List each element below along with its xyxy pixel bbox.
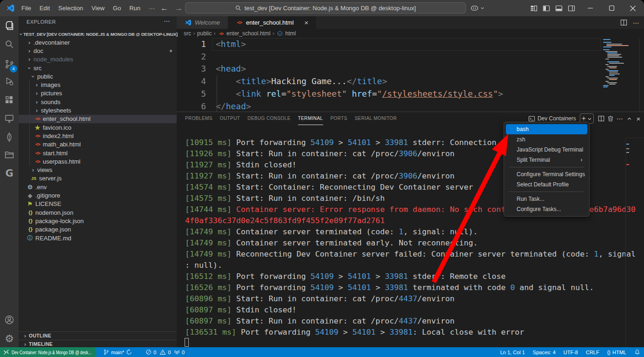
menu-go[interactable]: Go	[109, 0, 125, 16]
forward-button[interactable]: →	[175, 4, 183, 13]
tree-item-license[interactable]: ⚑LICENSE	[19, 200, 177, 208]
menu-edit[interactable]: Edit	[35, 0, 54, 16]
split-editor-icon[interactable]	[620, 19, 627, 26]
chevron-icon: ›	[30, 73, 37, 79]
menu-item-zsh[interactable]: zsh	[506, 134, 587, 145]
minimize-button[interactable]	[579, 0, 601, 16]
menu-[interactable]: ···	[145, 0, 159, 16]
panel-tab-terminal[interactable]: TERMINAL	[298, 112, 323, 125]
ports-status[interactable]: 0	[174, 347, 185, 357]
language-mode[interactable]: {}HTML	[607, 350, 626, 355]
eol-sequence[interactable]: CRLF	[586, 350, 599, 355]
chevron-down-icon[interactable]	[587, 117, 592, 121]
sidebar-item-mongodb[interactable]	[0, 128, 19, 146]
tree-item--devcontainer[interactable]: ›.devcontainer	[19, 38, 177, 46]
back-button[interactable]: ←	[160, 4, 168, 13]
terminal-profile[interactable]: Dev Containers	[528, 115, 576, 122]
sidebar-item-explorer[interactable]	[0, 16, 19, 35]
breadcrumb-item[interactable]: src	[184, 30, 191, 37]
toggle-secondary-sidebar-icon[interactable]	[568, 5, 575, 12]
sidebar-item-search[interactable]	[0, 35, 19, 53]
panel-more-actions[interactable]: ⋯	[615, 113, 624, 124]
tree-item-math-abi-html[interactable]: <>math_abi.html	[19, 140, 177, 149]
tree-item-readme-md[interactable]: ⓘREADME.md	[19, 234, 177, 242]
tree-item-enter-school-html[interactable]: <>enter_school.html	[19, 115, 177, 123]
sidebar-item-remote-explorer[interactable]	[0, 109, 19, 128]
tree-item-stylesheets[interactable]: ›stylesheets	[19, 106, 177, 114]
maximize-button[interactable]	[601, 0, 622, 16]
menu-view[interactable]: View	[87, 0, 109, 16]
cursor-position[interactable]: Ln 1, Col 1	[500, 350, 525, 355]
customize-layout-icon[interactable]	[530, 5, 538, 12]
panel-tab-serial-monitor[interactable]: SERIAL MONITOR	[355, 112, 397, 125]
breadcrumb-item[interactable]: public	[197, 30, 212, 37]
copilot-button[interactable]	[470, 2, 485, 13]
code-editor[interactable]: 1<html>23<head>4 <title>Hacking Game...<…	[177, 38, 644, 112]
maximize-panel-button[interactable]	[624, 113, 634, 124]
menu-file[interactable]: File	[17, 0, 35, 16]
breadcrumb-item[interactable]: enter_school.html	[226, 30, 271, 37]
tree-item-sounds[interactable]: ›sounds	[19, 98, 177, 106]
command-center[interactable]: test_dev [Dev Container: Node.js & Mongo…	[185, 2, 466, 13]
tree-item-userpass-html[interactable]: <>userpass.html	[19, 157, 177, 165]
settings-button[interactable]: ⚙	[0, 329, 19, 348]
menu-item-configure-terminal-settings[interactable]: Configure Terminal Settings	[506, 169, 587, 179]
menu-item-split-terminal[interactable]: Split Terminal›	[506, 155, 587, 165]
tree-item-index2-html[interactable]: <>index2.html	[19, 132, 177, 140]
tree-item-images[interactable]: ›images	[19, 81, 177, 89]
encoding[interactable]: UTF-8	[564, 350, 578, 355]
menu-item-javascript-debug-terminal[interactable]: JavaScript Debug Terminal	[506, 145, 587, 155]
tree-item-public[interactable]: ›public	[19, 72, 177, 80]
workspace-section-header[interactable]: › TEST_DEV [DEV CONTAINER: NODE.JS & MON…	[19, 30, 177, 38]
more-actions-icon[interactable]: ⋯	[633, 19, 639, 26]
toggle-panel-icon[interactable]	[555, 5, 563, 12]
menu-item-configure-tasks---[interactable]: Configure Tasks...	[506, 204, 587, 214]
tree-item-node-modules[interactable]: ›node_modules	[19, 55, 177, 64]
outline-section[interactable]: › OUTLINE	[19, 331, 177, 339]
panel-tab-problems[interactable]: PROBLEMS	[185, 112, 212, 125]
toggle-sidebar-icon[interactable]	[543, 5, 550, 12]
tree-item-package-lock-json[interactable]: {}package-lock.json	[19, 217, 177, 225]
bell-icon[interactable]	[634, 349, 640, 355]
problems-status[interactable]: 0 0	[146, 347, 171, 357]
branch-status[interactable]: main*	[103, 347, 132, 357]
tree-item-nodemon-json[interactable]: {}nodemon.json	[19, 208, 177, 217]
tree-item--env[interactable]: ⚙.env	[19, 183, 177, 191]
sidebar-item-extensions[interactable]	[0, 91, 19, 109]
overview-mark	[626, 152, 629, 153]
kill-terminal-button[interactable]	[606, 113, 615, 124]
sidebar-item-run-debug[interactable]	[0, 72, 19, 91]
tree-item-pictures[interactable]: ›pictures	[19, 89, 177, 98]
tree-item-start-html[interactable]: <>start.html	[19, 149, 177, 157]
tab-enter-school[interactable]: <> enter_school.html ×	[228, 16, 316, 29]
tree-item-package-json[interactable]: {}package.json	[19, 225, 177, 234]
sidebar-item-source-control[interactable]: 4	[0, 55, 19, 73]
panel-tab-debug-console[interactable]: DEBUG CONSOLE	[247, 112, 290, 125]
sidebar-item-folder-ext[interactable]	[0, 145, 19, 164]
tree-item-doc[interactable]: ›doc	[19, 46, 177, 55]
explorer-more-actions[interactable]: ⋯	[164, 17, 170, 25]
close-button[interactable]	[622, 0, 644, 16]
breadcrumb-item[interactable]: html	[285, 30, 296, 37]
tab-welcome[interactable]: Welcome	[177, 16, 228, 29]
sidebar-item-gitlens[interactable]: G	[0, 164, 19, 183]
menu-item-select-default-profile[interactable]: Select Default Profile	[506, 179, 587, 190]
account-button[interactable]	[0, 311, 19, 329]
close-panel-button[interactable]: ×	[634, 113, 643, 124]
menu-item-bash[interactable]: bash	[506, 124, 587, 134]
menu-selection[interactable]: Selection	[54, 0, 87, 16]
tree-item-favicon-ico[interactable]: ★favicon.ico	[19, 123, 177, 132]
panel-tab-ports[interactable]: PORTS	[331, 112, 347, 125]
remote-indicator[interactable]: Dev Container: Node.js & Mongo DB @ desk…	[0, 347, 96, 357]
indentation[interactable]: Spaces: 4	[533, 350, 556, 355]
menu-run[interactable]: Run	[125, 0, 145, 16]
panel-tab-output[interactable]: OUTPUT	[220, 112, 240, 125]
timeline-section[interactable]: › TIMELINE	[19, 340, 177, 348]
menu-item-run-task---[interactable]: Run Task...	[506, 194, 587, 204]
split-terminal-button[interactable]	[597, 113, 606, 124]
tree-item-server-js[interactable]: JSserver.js	[19, 174, 177, 183]
tree-item-views[interactable]: ›views	[19, 166, 177, 174]
close-tab-icon[interactable]: ×	[305, 19, 309, 26]
tree-item--gitignore[interactable]: ◈.gitignore	[19, 191, 177, 199]
tree-item-src[interactable]: ›src	[19, 64, 177, 72]
